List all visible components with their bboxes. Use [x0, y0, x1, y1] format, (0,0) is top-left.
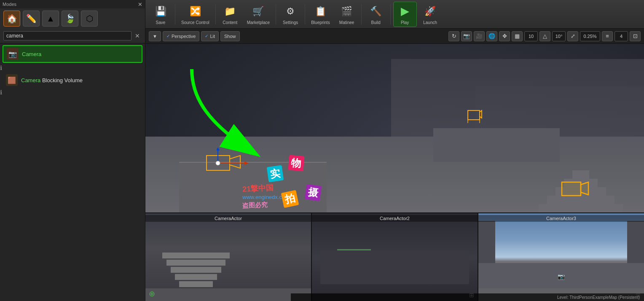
save-label: Save	[156, 20, 166, 25]
blueprints-label: Blueprints	[311, 20, 330, 25]
mode-placement-button[interactable]: 🏠	[3, 11, 20, 27]
modes-icons-row: 🏠 ✏️ ▲ 🍃 ⬡	[0, 8, 145, 29]
camera-bv-rest: Blocking Volume	[42, 77, 83, 83]
toolbar-separator-2	[215, 4, 216, 24]
launch-label: Launch	[423, 20, 437, 25]
toolbar-separator-3	[276, 4, 276, 24]
viewport: ▼ ✓ Perspective ✓ Lit Show ↻ 📷 🎥 🌐 ✥ ▦ 1…	[145, 29, 644, 301]
save-icon: 💾	[153, 4, 168, 19]
vp-angle-display[interactable]: 10°	[552, 31, 566, 41]
scene-area: 实 物 拍 摄 21撃中国 www.enginedx.com 盗图必究	[145, 44, 644, 301]
lit-label: Lit	[210, 34, 215, 39]
level-status: Level: ThirdPersonExampleMap (Persistent…	[557, 295, 640, 300]
vp-icon-extra[interactable]: ⊡	[630, 31, 641, 41]
settings-icon: ⚙	[283, 4, 298, 19]
camera-previews: CameraActor ⊕ CameraActor2 ⊞	[145, 212, 644, 301]
perspective-check-icon: ✓	[166, 34, 170, 38]
left-panel: ✕ 📷 Camera ℹ 🟫 Camera Blocking Volume ℹ	[0, 29, 145, 301]
list-item-camera-blocking-volume[interactable]: 🟫 Camera Blocking Volume	[3, 72, 142, 88]
settings-button[interactable]: ⚙ Settings	[279, 2, 302, 27]
viewport-dropdown-button[interactable]: ▼	[149, 31, 161, 41]
camera-info-button[interactable]: ℹ	[0, 64, 2, 71]
search-input[interactable]	[3, 31, 131, 40]
camera-preview-2-label: CameraActor2	[312, 215, 478, 222]
marketplace-icon: 🛒	[251, 4, 266, 19]
content-icon: 📁	[223, 4, 238, 19]
svg-point-6	[216, 161, 220, 165]
perspective-button[interactable]: ✓ Perspective	[163, 31, 199, 41]
camera-preview-2-content	[312, 213, 478, 301]
launch-icon: 🚀	[423, 4, 438, 19]
camera-item-label: Camera	[22, 51, 41, 57]
matinee-icon: 🎬	[339, 4, 354, 19]
matinee-label: Matinee	[339, 20, 354, 25]
vp-icon-grid[interactable]: ▦	[512, 31, 523, 41]
camera-preview-3[interactable]: 📷 CameraActor3 ⊞	[478, 213, 644, 301]
vp-icon-camera2[interactable]: 📷	[461, 31, 472, 41]
mode-paint-button[interactable]: ✏️	[23, 11, 40, 27]
camera-preview-1-label: CameraActor	[145, 215, 311, 222]
mode-mesh-button[interactable]: ⬡	[81, 11, 98, 27]
list-item-camera[interactable]: 📷 Camera	[3, 45, 142, 63]
svg-marker-3	[244, 161, 249, 165]
camera-preview-1-content	[145, 213, 311, 301]
modes-title: Modes	[3, 2, 16, 7]
vp-layers-number[interactable]: 4	[614, 31, 628, 41]
show-button[interactable]: Show	[220, 31, 240, 41]
source-control-button[interactable]: 🔀 Source Control	[178, 2, 213, 27]
vp-icon-angle[interactable]: △	[539, 31, 550, 41]
content-button[interactable]: 📁 Content	[218, 2, 242, 27]
status-bar: Level: ThirdPersonExampleMap (Persistent…	[291, 293, 644, 301]
marketplace-button[interactable]: 🛒 Marketplace	[244, 2, 273, 27]
svg-marker-1	[230, 156, 240, 168]
build-icon: 🔨	[368, 4, 384, 19]
perspective-label: Perspective	[172, 34, 196, 39]
camera-preview-3-content: 📷	[478, 213, 644, 301]
viewport-toolbar-right: ↻ 📷 🎥 🌐 ✥ ▦ 10 △ 10° ⤢ 0.25% ≡ 4 ⊡	[448, 31, 641, 41]
settings-label: Settings	[283, 20, 298, 25]
source-control-label: Source Control	[181, 20, 209, 25]
toolbar-separator-5	[361, 4, 362, 24]
modes-panel: Modes ✕ 🏠 ✏️ ▲ 🍃 ⬡	[0, 0, 145, 29]
content-label: Content	[223, 20, 237, 25]
camera-icon: 📷	[7, 48, 19, 60]
camera-blocking-volume-label: Camera Blocking Volume	[21, 77, 83, 83]
launch-button[interactable]: 🚀 Launch	[419, 2, 442, 27]
play-icon: ▶	[397, 4, 413, 19]
svg-marker-5	[216, 147, 220, 150]
vp-icon-camera3[interactable]: 🎥	[474, 31, 485, 41]
vp-grid-number[interactable]: 10	[524, 31, 538, 41]
mode-foliage-button[interactable]: 🍃	[62, 11, 78, 27]
viewport-toolbar: ▼ ✓ Perspective ✓ Lit Show ↻ 📷 🎥 🌐 ✥ ▦ 1…	[145, 29, 644, 44]
modes-title-bar: Modes ✕	[0, 0, 145, 8]
search-bar: ✕	[0, 29, 145, 43]
vp-icon-rotate[interactable]: ↻	[448, 31, 459, 41]
build-label: Build	[371, 20, 381, 25]
vp-icon-layers[interactable]: ≡	[602, 31, 613, 41]
matinee-button[interactable]: 🎬 Matinee	[335, 2, 359, 27]
blueprints-button[interactable]: 📋 Blueprints	[308, 2, 333, 27]
vp-icon-zoom-expand[interactable]: ⤢	[567, 31, 578, 41]
toolbar-separator-4	[305, 4, 305, 24]
preview-1-add-icon[interactable]: ⊕	[149, 289, 155, 298]
camera-blocking-volume-icon: 🟫	[6, 74, 18, 86]
save-button[interactable]: 💾 Save	[149, 2, 172, 27]
toolbar-separator-1	[175, 4, 175, 24]
marketplace-label: Marketplace	[247, 20, 270, 25]
modes-close-button[interactable]: ✕	[138, 1, 142, 8]
lit-check-icon: ✓	[205, 34, 208, 38]
vp-zoom-display[interactable]: 0.25%	[580, 31, 600, 41]
search-clear-button[interactable]: ✕	[133, 32, 142, 39]
vp-icon-globe[interactable]: 🌐	[486, 31, 497, 41]
camera-bv-info-button[interactable]: ℹ	[0, 89, 2, 96]
play-button[interactable]: ▶ Play	[393, 2, 417, 27]
camera-gizmo-svg	[198, 147, 249, 177]
camera-preview-2[interactable]: CameraActor2 ⊞	[312, 213, 478, 301]
blueprints-icon: 📋	[313, 4, 328, 19]
lit-button[interactable]: ✓ Lit	[201, 31, 219, 41]
mode-landscape-button[interactable]: ▲	[42, 11, 59, 27]
scene-stairs	[539, 153, 623, 212]
vp-icon-move[interactable]: ✥	[499, 31, 510, 41]
build-button[interactable]: 🔨 Build	[364, 2, 388, 27]
camera-preview-1[interactable]: CameraActor ⊕	[145, 213, 312, 301]
